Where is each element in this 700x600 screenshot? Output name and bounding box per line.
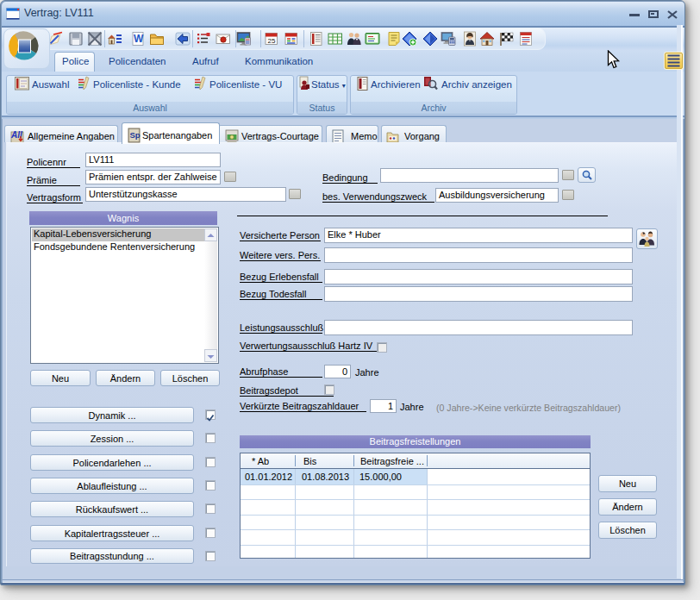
svg-text:25: 25: [268, 37, 276, 45]
svg-text:W: W: [134, 33, 144, 45]
svg-text:Sp: Sp: [130, 130, 141, 140]
